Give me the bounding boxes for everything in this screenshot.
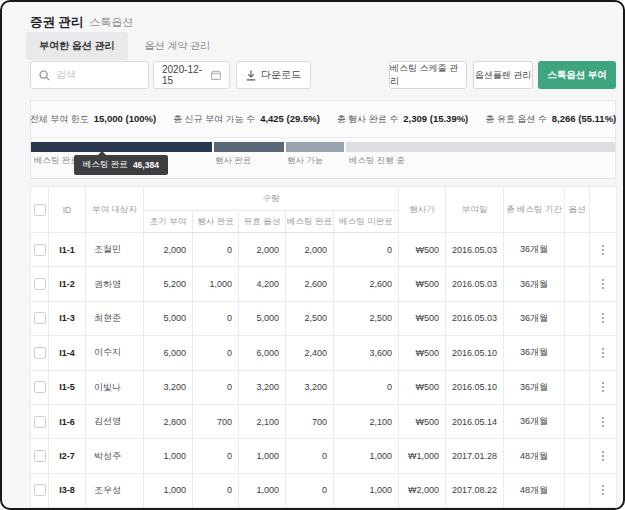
header-vesting-period: 총 베스팅 기간	[504, 187, 565, 233]
header-id: ID	[49, 187, 86, 233]
kebab-menu-icon[interactable]	[590, 451, 616, 461]
download-icon	[246, 70, 256, 81]
vesting-progress-bar[interactable]	[31, 142, 615, 152]
cell-option	[565, 439, 590, 473]
table-row: I1-1 조철민 2,000 0 2,000 2,000 0 ₩500 2016…	[31, 233, 617, 267]
kebab-menu-icon[interactable]	[590, 417, 616, 427]
row-checkbox[interactable]	[34, 278, 46, 290]
progress-tooltip: 베스팅 완료 46,384	[74, 155, 168, 175]
cell-valid-options: 1,000	[239, 473, 286, 507]
table-row: I3-8 조우성 1,000 0 1,000 0 1,000 ₩2,000 20…	[31, 473, 617, 507]
header-grantee: 부여 대상자	[86, 187, 144, 233]
row-select-cell	[31, 404, 49, 438]
kebab-menu-icon[interactable]	[590, 279, 616, 289]
stat-label: 총 행사 완료 수	[337, 113, 399, 126]
cell-exercise-price: ₩500	[399, 404, 446, 438]
cell-unvested: 3,600	[334, 336, 399, 370]
stat-exercised: 총 행사 완료 수 2,309 (15.39%)	[337, 113, 468, 126]
select-all-checkbox[interactable]	[34, 204, 46, 216]
cell-vesting-period: 36개월	[504, 233, 565, 267]
cell-row-menu	[590, 336, 617, 370]
cell-id: I1-3	[49, 301, 86, 335]
download-label: 다운로드	[261, 68, 301, 82]
kebab-menu-icon[interactable]	[590, 485, 616, 495]
tooltip-label: 베스팅 완료	[83, 159, 128, 171]
vesting-schedule-button[interactable]: 베스팅 스케줄 관리	[389, 61, 467, 89]
grant-stock-option-button[interactable]: 스톡옵션 부여	[538, 61, 616, 89]
cell-vesting-period: 36개월	[504, 267, 565, 301]
tab-granted-options[interactable]: 부여한 옵션 관리	[26, 32, 128, 60]
header-option: 옵션	[565, 187, 590, 233]
cell-vested: 2,600	[286, 267, 334, 301]
row-checkbox[interactable]	[34, 484, 46, 496]
cell-id: I1-5	[49, 370, 86, 404]
cell-exercise-price: ₩500	[399, 233, 446, 267]
cell-id: I2-7	[49, 439, 86, 473]
cell-id: I1-2	[49, 267, 86, 301]
cell-initial-grant: 3,200	[144, 370, 193, 404]
page-subtitle: 스톡옵션	[89, 15, 133, 30]
table-row: I2-7 박성주 1,000 0 1,000 0 1,000 ₩1,000 20…	[31, 439, 617, 473]
cell-row-menu	[590, 301, 617, 335]
cell-exercise-price: ₩500	[399, 267, 446, 301]
stat-label: 총 신규 부여 가능 수	[173, 113, 255, 126]
cell-grantee: 박성주	[86, 439, 144, 473]
kebab-menu-icon[interactable]	[590, 245, 616, 255]
date-value: 2020-12-15	[162, 64, 211, 86]
legend-exercisable: 행사 가능	[287, 155, 323, 167]
cell-initial-grant: 1,000	[144, 473, 193, 507]
cell-valid-options: 4,200	[239, 267, 286, 301]
header-select-all	[31, 187, 49, 233]
row-checkbox[interactable]	[34, 312, 46, 324]
cell-unvested: 0	[334, 233, 399, 267]
table-row: I1-4 이수지 6,000 0 6,000 2,400 3,600 ₩500 …	[31, 336, 617, 370]
row-checkbox[interactable]	[34, 381, 46, 393]
header-exercise-price: 행사가	[399, 187, 446, 233]
stat-total-limit: 전체 부여 한도 15,000 (100%)	[30, 113, 156, 126]
cell-exercised: 0	[193, 473, 239, 507]
cell-initial-grant: 6,000	[144, 336, 193, 370]
row-checkbox[interactable]	[34, 347, 46, 359]
cell-vested: 2,000	[286, 233, 334, 267]
cell-valid-options: 3,200	[239, 370, 286, 404]
stat-grantable: 총 신규 부여 가능 수 4,425 (29.5%)	[173, 113, 320, 126]
cell-exercised: 700	[193, 404, 239, 438]
row-select-cell	[31, 267, 49, 301]
row-select-cell	[31, 301, 49, 335]
option-plan-button[interactable]: 옵션플랜 관리	[473, 61, 533, 89]
options-table: ID 부여 대상자 수량 행사가 부여일 총 베스팅 기간 옵션 초기 부여 행…	[30, 186, 617, 508]
cell-exercised: 0	[193, 301, 239, 335]
cell-row-menu	[590, 233, 617, 267]
cell-vested: 0	[286, 473, 334, 507]
stat-value: 4,425 (29.5%)	[260, 113, 320, 124]
app-window: 증권 관리 스톡옵션 부여한 옵션 관리 옵션 계약 관리 검색 2020-12…	[0, 0, 625, 510]
progress-segment	[346, 142, 615, 152]
header-row-menu	[590, 187, 617, 233]
cell-row-menu	[590, 370, 617, 404]
kebab-menu-icon[interactable]	[590, 382, 616, 392]
cell-grantee: 조우성	[86, 473, 144, 507]
row-checkbox[interactable]	[34, 244, 46, 256]
search-input[interactable]: 검색	[30, 61, 149, 89]
cell-vested: 0	[286, 439, 334, 473]
summary-panel: 전체 부여 한도 15,000 (100%) 총 신규 부여 가능 수 4,42…	[30, 100, 616, 179]
legend-exercised: 행사 완료	[215, 155, 251, 167]
cell-exercised: 0	[193, 370, 239, 404]
progress-segment	[214, 142, 284, 152]
row-select-cell	[31, 370, 49, 404]
cell-valid-options: 1,000	[239, 439, 286, 473]
cell-exercised: 0	[193, 233, 239, 267]
cell-grant-date: 2016.05.03	[446, 267, 504, 301]
kebab-menu-icon[interactable]	[590, 313, 616, 323]
row-checkbox[interactable]	[34, 450, 46, 462]
header-exercised: 행사 완료	[193, 211, 239, 233]
date-picker[interactable]: 2020-12-15	[153, 61, 230, 89]
kebab-menu-icon[interactable]	[590, 348, 616, 358]
cell-valid-options: 2,100	[239, 404, 286, 438]
row-checkbox[interactable]	[34, 416, 46, 428]
tab-option-contracts[interactable]: 옵션 계약 관리	[132, 32, 224, 60]
cell-row-menu	[590, 439, 617, 473]
download-button[interactable]: 다운로드	[236, 61, 311, 89]
cell-initial-grant: 2,800	[144, 404, 193, 438]
row-select-cell	[31, 439, 49, 473]
